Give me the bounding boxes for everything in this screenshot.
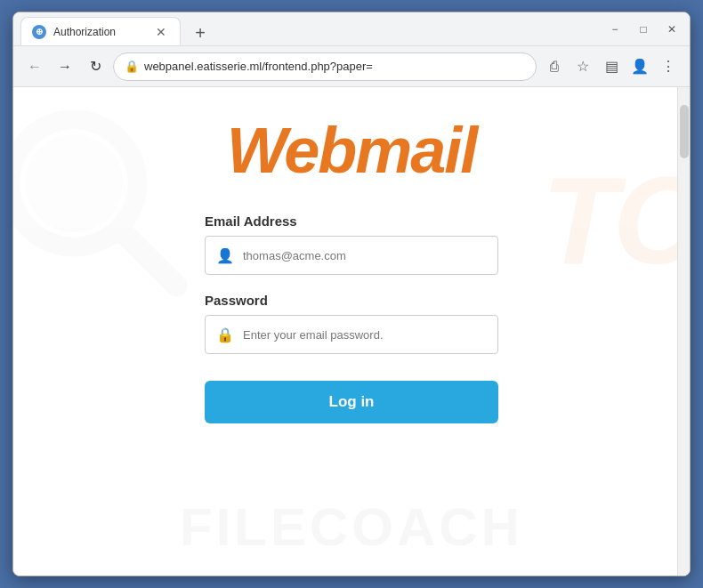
menu-button[interactable]: ⋮ xyxy=(656,54,681,79)
window-controls: − □ ✕ xyxy=(597,19,683,40)
reader-mode-button[interactable]: ▤ xyxy=(599,54,624,79)
tab-close-button[interactable]: ✕ xyxy=(153,24,169,40)
browser-window: ⊕ Authorization ✕ + − □ ✕ ← → ↻ 🔒 webpan… xyxy=(12,12,691,576)
minimize-button[interactable]: − xyxy=(604,19,626,40)
tab-area: ⊕ Authorization ✕ + xyxy=(20,12,597,45)
password-label: Password xyxy=(205,293,498,308)
title-bar: ⊕ Authorization ✕ + − □ ✕ xyxy=(13,12,690,46)
webmail-logo: Webmail xyxy=(227,114,477,187)
email-input-wrap: 👤 xyxy=(205,236,498,275)
password-form-group: Password 🔒 xyxy=(205,293,498,354)
user-icon: 👤 xyxy=(216,247,234,264)
back-button[interactable]: ← xyxy=(22,54,47,79)
lock-icon: 🔒 xyxy=(125,60,139,73)
email-form-group: Email Address 👤 xyxy=(205,213,498,275)
reload-button[interactable]: ↻ xyxy=(83,54,108,79)
close-button[interactable]: ✕ xyxy=(661,19,683,40)
bottom-watermark: FILECOACH xyxy=(180,496,523,558)
active-tab[interactable]: ⊕ Authorization ✕ xyxy=(20,17,181,45)
address-actions: ⎙ ☆ ▤ 👤 ⋮ xyxy=(542,54,681,79)
lock-field-icon: 🔒 xyxy=(216,326,234,343)
forward-button[interactable]: → xyxy=(53,54,77,79)
bookmark-button[interactable]: ☆ xyxy=(570,54,595,79)
login-button[interactable]: Log in xyxy=(205,381,498,423)
share-button[interactable]: ⎙ xyxy=(542,54,567,79)
password-input-wrap: 🔒 xyxy=(205,315,498,354)
address-bar: ← → ↻ 🔒 webpanel.eatisserie.ml/frontend.… xyxy=(13,46,690,87)
email-label: Email Address xyxy=(205,213,498,229)
tab-favicon: ⊕ xyxy=(32,25,46,39)
new-tab-button[interactable]: + xyxy=(188,20,213,45)
email-input[interactable] xyxy=(243,249,487,262)
password-input[interactable] xyxy=(243,328,487,342)
maximize-button[interactable]: □ xyxy=(633,19,654,40)
address-input[interactable]: 🔒 webpanel.eatisserie.ml/frontend.php?pa… xyxy=(113,52,537,81)
account-button[interactable]: 👤 xyxy=(627,54,652,79)
login-container: Webmail Email Address 👤 Password 🔒 Log i… xyxy=(13,87,690,423)
tab-title: Authorization xyxy=(53,26,146,38)
url-text: webpanel.eatisserie.ml/frontend.php?pape… xyxy=(144,60,525,73)
page-content: TC FILECOACH Webmail Email Address 👤 Pas… xyxy=(13,87,690,576)
